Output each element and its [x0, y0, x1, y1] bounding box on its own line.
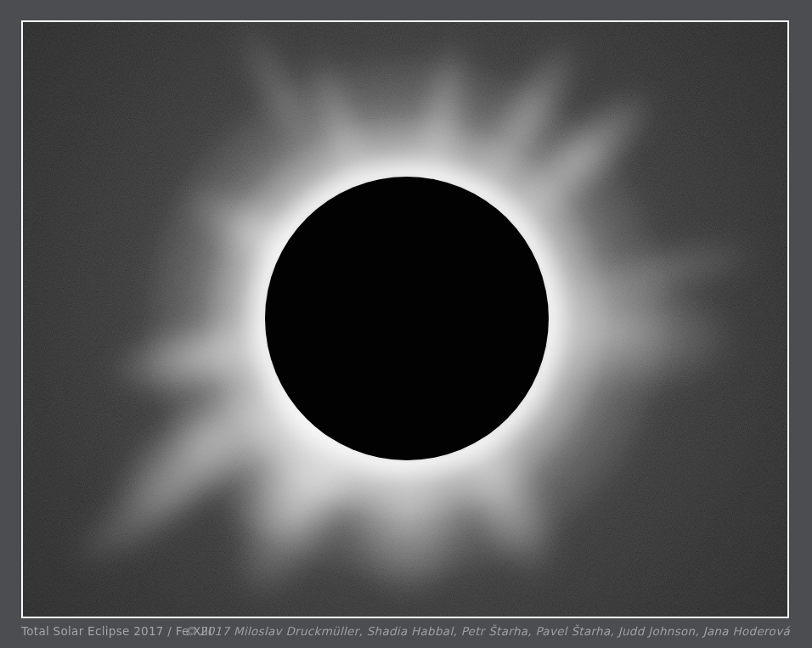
vignette-overlay	[23, 22, 787, 617]
eclipse-page: Total Solar Eclipse 2017 / Fe XIII © 201…	[0, 0, 812, 648]
photo-credit: © 2017 Miloslav Druckmüller, Shadia Habb…	[183, 623, 790, 639]
eclipse-photo	[21, 20, 789, 618]
